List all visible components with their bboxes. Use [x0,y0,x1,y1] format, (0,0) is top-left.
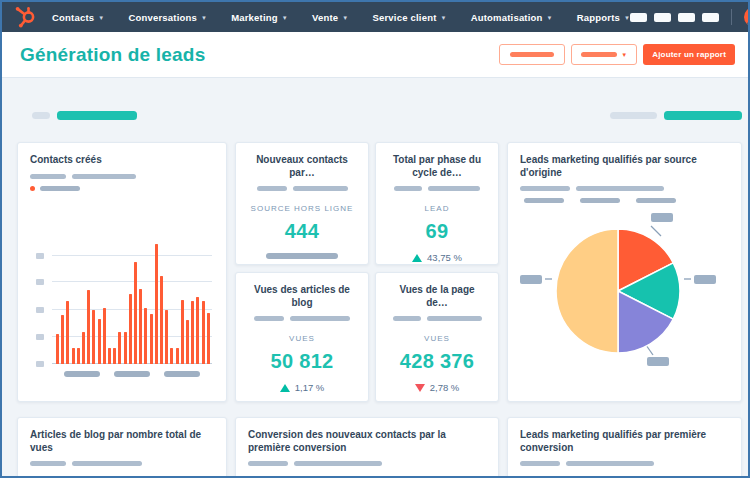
bar[interactable] [150,314,153,364]
metric-delta: 1,17 % [248,382,356,393]
navbar-tool-icon[interactable] [702,13,719,22]
navbar-tool-icon[interactable] [654,13,671,22]
trend-up-icon [280,384,290,392]
x-axis-label-placeholder [164,371,200,377]
card-contacts-crees: Contacts créés [17,142,227,402]
user-avatar[interactable] [744,7,750,27]
legend-item [632,198,676,203]
nav-item-rapports[interactable]: Rapports▼ [577,12,630,23]
metric-delta: 43,75 % [388,252,486,263]
bar[interactable] [155,244,158,363]
nav-item-conversations[interactable]: Conversations▼ [128,12,207,23]
bar[interactable] [82,332,85,364]
bar[interactable] [92,310,95,363]
main-menu: Contacts▼ Conversations▼ Marketing▼ Vent… [52,12,630,23]
bar[interactable] [165,310,168,363]
header-action-button[interactable] [499,44,565,65]
add-report-button[interactable]: Ajouter un rapport [643,44,735,65]
bar[interactable] [118,332,121,364]
card-subtitle-placeholder [388,316,486,321]
nav-item-marketing[interactable]: Marketing▼ [231,12,288,23]
navbar-tool-icon[interactable] [630,13,647,22]
card-total-phase: Total par phase du cycle de… LEAD 69 43,… [375,142,499,265]
navbar-tool-icon[interactable] [678,13,695,22]
nav-item-vente[interactable]: Vente▼ [312,12,349,23]
nav-item-label: Conversations [128,12,197,23]
bar-chart-plot [52,237,212,364]
bar[interactable] [72,348,75,363]
bar[interactable] [144,308,147,364]
bar[interactable] [139,289,142,364]
bar[interactable] [170,348,173,363]
nav-item-contacts[interactable]: Contacts▼ [52,12,104,23]
legend-item [520,198,564,203]
bar[interactable] [113,348,116,363]
pie-chart [520,205,731,383]
pie-label-placeholder [694,275,716,284]
dashboard-filter-chip[interactable] [57,111,137,120]
card-subtitle-placeholder [30,461,214,466]
legend-label-placeholder [40,186,80,191]
filter-label-placeholder [32,112,50,119]
legend-label-placeholder [580,198,620,203]
header-dropdown-button[interactable]: ▼ [571,44,637,65]
bar[interactable] [181,300,184,364]
pie-label-placeholder [520,275,542,284]
nav-item-label: Marketing [231,12,278,23]
bar[interactable] [66,301,69,363]
bar[interactable] [134,262,137,364]
page-title: Génération de leads [20,44,205,66]
x-axis-label-placeholder [114,371,150,377]
bar[interactable] [56,334,59,363]
page-header: Génération de leads ▼ Ajouter un rapport [2,32,748,78]
nav-item-service-client[interactable]: Service client▼ [372,12,446,23]
bar[interactable] [186,320,189,363]
delta-value: 43,75 % [427,252,462,263]
card-title: Articles de blog par nombre total de vue… [30,429,214,454]
bar[interactable] [160,276,163,364]
card-title: Contacts créés [30,154,214,167]
chevron-down-icon: ▼ [282,15,288,21]
hubspot-logo-icon[interactable] [14,6,38,28]
bar[interactable] [196,297,199,363]
card-leads-conversion: Leads marketing qualifiés par première c… [507,417,742,478]
dashboard-filter-chip[interactable] [664,111,742,120]
legend-dot [30,186,35,191]
x-axis-labels [52,371,212,377]
card-subtitle-placeholder [520,461,729,466]
chevron-down-icon: ▼ [98,15,104,21]
bar-chart-legend [30,186,214,191]
card-title: Leads marketing qualifiés par première c… [520,429,729,454]
bar[interactable] [129,294,132,364]
pie-legend [520,198,729,203]
bar[interactable] [77,348,80,363]
bar[interactable] [61,315,64,363]
top-navbar: Contacts▼ Conversations▼ Marketing▼ Vent… [2,2,748,32]
bar[interactable] [103,308,106,364]
card-articles-vues: Articles de blog par nombre total de vue… [17,417,227,478]
pie-label-placeholder [647,357,669,366]
header-actions: ▼ Ajouter un rapport [499,44,735,65]
bar[interactable] [87,290,90,364]
trend-down-icon [415,384,425,392]
card-subtitle-placeholder [520,186,729,191]
nav-item-label: Rapports [577,12,620,23]
bar[interactable] [191,301,194,363]
pie-slice[interactable] [556,229,618,353]
metric-delta: 2,78 % [388,382,486,393]
bar[interactable] [202,301,205,363]
bar[interactable] [124,332,127,364]
card-subtitle-placeholder [248,186,356,191]
pie-label-tick [651,226,661,236]
bar[interactable] [108,348,111,363]
divider [731,9,732,25]
bar[interactable] [176,348,179,363]
bar[interactable] [98,319,101,363]
metric-value: 69 [388,220,486,243]
delta-value: 2,78 % [430,382,460,393]
bar[interactable] [207,313,210,364]
nav-item-automatisation[interactable]: Automatisation▼ [471,12,553,23]
trend-up-icon [412,254,422,262]
metric-label: VUES [388,334,486,343]
navbar-utilities: ▼ [630,7,750,27]
